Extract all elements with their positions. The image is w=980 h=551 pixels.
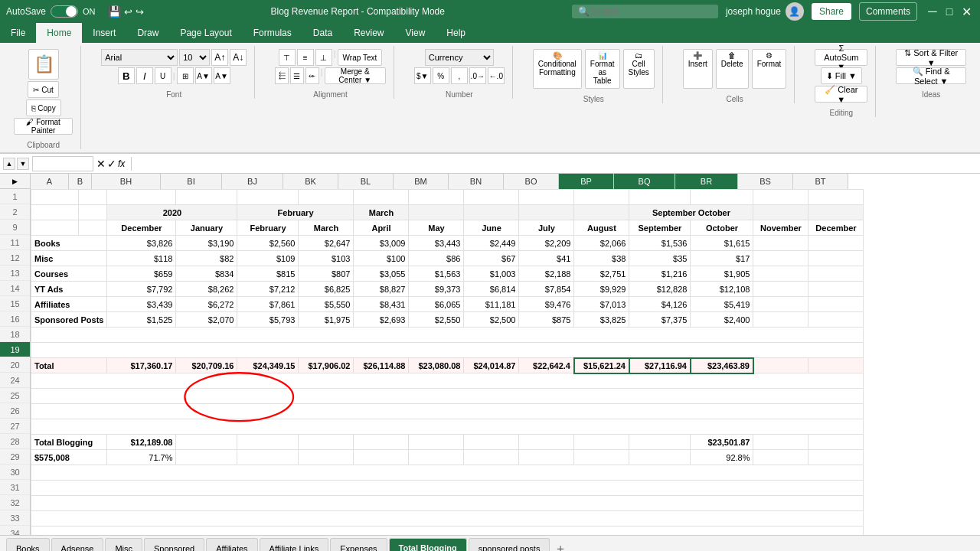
delete-cells-button[interactable]: 🗑Delete (716, 49, 749, 89)
cell[interactable] (354, 435, 409, 450)
cell[interactable]: $109 (237, 251, 299, 266)
row-num-1[interactable]: 1 (0, 189, 30, 204)
sheet-tab-sponsored-posts[interactable]: sponsored posts (469, 538, 550, 551)
cell-jan[interactable]: January (176, 220, 237, 236)
cell-misc-label[interactable]: Misc (31, 251, 107, 266)
cell-nov[interactable]: November (753, 220, 808, 236)
cell[interactable] (519, 450, 574, 465)
cell[interactable]: $1,216 (629, 266, 691, 282)
row-num-31[interactable]: 31 (0, 480, 30, 495)
tab-view[interactable]: View (395, 23, 436, 43)
cell[interactable]: $834 (176, 266, 237, 282)
cell[interactable]: $1,905 (691, 266, 753, 282)
cell-dec2[interactable]: December (808, 220, 864, 236)
align-center-button[interactable]: ☰ (290, 67, 304, 84)
cell-ytads-label[interactable]: YT Ads (31, 282, 107, 297)
autosum-button[interactable]: Σ AutoSum ▼ (815, 49, 867, 66)
cell[interactable] (519, 190, 574, 205)
cell-oct[interactable]: October (691, 220, 753, 236)
col-header-BO[interactable]: BO (504, 174, 559, 189)
font-select[interactable]: Arial (101, 49, 178, 66)
cell[interactable] (31, 343, 864, 358)
cell[interactable]: $100 (354, 251, 409, 266)
row-num-26[interactable]: 26 (0, 403, 30, 419)
col-header-BL[interactable]: BL (338, 174, 394, 189)
cell[interactable]: $1,563 (409, 266, 464, 282)
cell[interactable] (31, 527, 864, 536)
cell[interactable]: $815 (237, 266, 299, 282)
cell-mar[interactable]: March (299, 220, 354, 236)
avatar[interactable]: 👤 (786, 2, 804, 21)
cell[interactable] (808, 450, 864, 465)
cell-year[interactable]: 2020 (107, 205, 237, 220)
cell[interactable] (753, 282, 808, 297)
cell-month-nov[interactable] (753, 205, 808, 220)
tab-home[interactable]: Home (36, 23, 82, 43)
border-button[interactable]: ⊞ (177, 67, 194, 84)
cell[interactable] (808, 282, 864, 297)
minimize-button[interactable]: ─ (925, 5, 940, 19)
cell[interactable] (79, 205, 107, 220)
cell[interactable]: $35 (629, 251, 691, 266)
find-select-button[interactable]: 🔍 Find & Select ▼ (896, 67, 966, 84)
cell[interactable] (808, 236, 864, 251)
cell[interactable] (808, 251, 864, 266)
cell[interactable]: $23,080.08 (409, 358, 464, 373)
enter-formula-button[interactable]: ✓ (107, 158, 116, 170)
sheet-tab-adsense[interactable]: Adsense (51, 538, 104, 551)
share-button[interactable]: Share (812, 3, 851, 20)
formula-input[interactable]: =SUM(BR9:BR15) (138, 157, 977, 171)
cell[interactable]: $2,070 (176, 312, 237, 328)
cell[interactable]: $1,003 (464, 266, 519, 282)
cell[interactable]: $3,443 (409, 236, 464, 251)
format-as-table-button[interactable]: 📊Format asTable (585, 49, 620, 89)
close-button[interactable]: ✕ (959, 5, 974, 19)
tab-review[interactable]: Review (343, 23, 394, 43)
cell[interactable]: $82 (176, 251, 237, 266)
save-button[interactable]: 💾 (108, 5, 121, 18)
cell-jul[interactable]: July (519, 220, 574, 236)
col-header-B[interactable]: B (69, 174, 92, 189)
cell[interactable]: $2,400 (691, 312, 753, 328)
cell-total-blogging-label[interactable]: Total Blogging (31, 435, 107, 450)
row-num-13[interactable]: 13 (0, 266, 30, 281)
cell[interactable]: $2,560 (237, 236, 299, 251)
cell-feb[interactable]: February (237, 220, 299, 236)
cell[interactable] (31, 404, 864, 419)
cell[interactable] (753, 297, 808, 312)
cell[interactable] (753, 251, 808, 266)
cell[interactable]: $7,854 (519, 282, 574, 297)
cell[interactable]: $7,792 (107, 282, 176, 297)
cell[interactable] (574, 450, 629, 465)
row-num-18[interactable]: 18 (0, 327, 30, 342)
cell[interactable]: $17,360.17 (107, 358, 176, 373)
cell-month-feb[interactable]: February (237, 205, 354, 220)
cell[interactable]: $2,449 (464, 236, 519, 251)
row-num-27[interactable]: 27 (0, 419, 30, 434)
cell[interactable] (31, 373, 864, 389)
cell[interactable]: $24,349.15 (237, 358, 299, 373)
cell[interactable] (31, 328, 864, 343)
cell[interactable] (574, 190, 629, 205)
cell[interactable]: $3,009 (354, 236, 409, 251)
cell[interactable] (176, 190, 237, 205)
cell-month-aug[interactable] (574, 205, 629, 220)
cell[interactable]: $2,188 (519, 266, 574, 282)
align-top-button[interactable]: ⊤ (279, 49, 296, 66)
cell[interactable]: $8,262 (176, 282, 237, 297)
cell[interactable] (299, 450, 354, 465)
cell-month-sep-oct[interactable]: September October (629, 205, 753, 220)
cell[interactable]: $1,536 (629, 236, 691, 251)
merge-center-button[interactable]: Merge & Center ▼ (325, 67, 386, 84)
cell[interactable]: $2,500 (464, 312, 519, 328)
sheet-tab-affiliates[interactable]: Affiliates (206, 538, 257, 551)
align-bottom-button[interactable]: ⊥ (315, 49, 332, 66)
cell-styles-button[interactable]: 🗂CellStyles (623, 49, 655, 89)
cell-sep[interactable]: September (629, 220, 691, 236)
cell[interactable]: $1,975 (299, 312, 354, 328)
cell[interactable]: $5,419 (691, 297, 753, 312)
maximize-button[interactable]: □ (942, 5, 957, 19)
cell-books-label[interactable]: Books (31, 236, 107, 251)
cell-month-dec[interactable] (808, 205, 864, 220)
row-num-12[interactable]: 12 (0, 250, 30, 266)
